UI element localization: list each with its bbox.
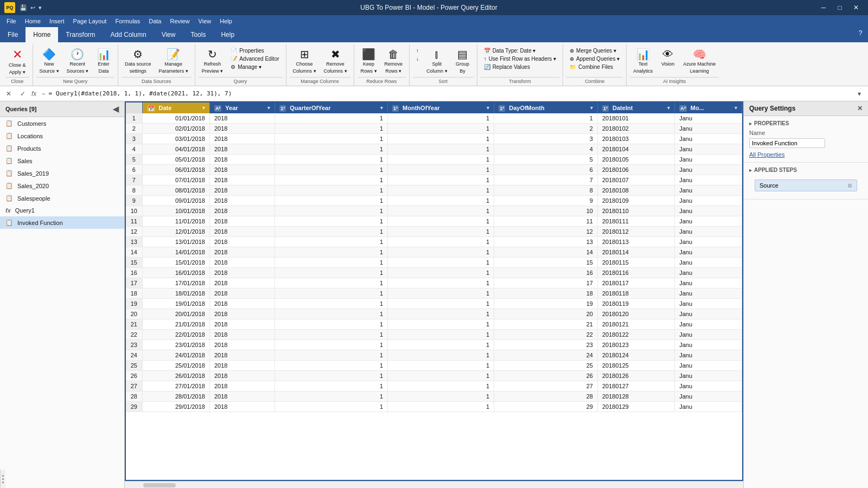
append-queries-button[interactable]: ⊕ Append Queries ▾ [566, 55, 623, 63]
col-header-quarterofyear[interactable]: 1² QuarterOfYear ▾ [275, 102, 388, 113]
manage-button[interactable]: ⚙ Manage ▾ [227, 63, 282, 71]
day-cell: 29 [494, 402, 598, 412]
tab-home[interactable]: Home [25, 27, 58, 42]
quick-access-undo[interactable]: ↩ [30, 4, 35, 11]
dateint-cell: 20180116 [597, 268, 674, 278]
merge-queries-button[interactable]: ⊕ Merge Queries ▾ [566, 47, 623, 55]
maximize-button[interactable]: □ [832, 2, 847, 14]
group-by-button[interactable]: ▤ Group By [452, 47, 474, 76]
month-filter-btn[interactable]: ▾ [487, 105, 489, 111]
collapse-panel-button[interactable]: ◀ [113, 105, 119, 113]
menu-review[interactable]: Review [165, 15, 194, 27]
sort-desc-button[interactable]: ↓ [413, 55, 422, 63]
all-properties-link[interactable]: All Properties [749, 151, 784, 158]
menu-insert[interactable]: Insert [45, 15, 69, 27]
tab-add-column[interactable]: Add Column [103, 27, 154, 42]
ribbon: File Home Transform Add Column View Tool… [0, 27, 868, 86]
formula-text[interactable]: = Query1(#date(2018, 1, 1), #date(2021, … [49, 90, 851, 97]
col-header-dateint[interactable]: 1² DateInt ▾ [597, 102, 674, 113]
quick-access-save[interactable]: 💾 [20, 4, 27, 11]
close-apply-button[interactable]: ✕ Close & Apply ▾ [5, 47, 29, 77]
col-header-monthname[interactable]: Aᶻ Mo... ▾ [675, 102, 742, 113]
grid-wrapper[interactable]: 📅 Date ▾ Aᶻ Year [125, 101, 743, 481]
hscroll-bar[interactable] [125, 481, 743, 488]
query-item-invoked-function[interactable]: 📋 Invoked Function [0, 216, 124, 229]
col-header-dayofmonth[interactable]: 1² DayOfMonth ▾ [494, 102, 598, 113]
day-filter-btn[interactable]: ▾ [590, 105, 593, 111]
ribbon-help-btn[interactable]: ? [853, 27, 868, 39]
monthname-filter-btn[interactable]: ▾ [735, 105, 737, 111]
settings-close-btn[interactable]: ✕ [857, 105, 863, 112]
sort-asc-button[interactable]: ↑ [413, 47, 422, 55]
menu-home[interactable]: Home [21, 15, 45, 27]
azure-ml-button[interactable]: 🧠 Azure Machine Learning [680, 47, 719, 76]
date-filter-btn[interactable]: ▾ [202, 105, 205, 111]
quarter-cell: 1 [275, 361, 388, 371]
quarter-cell: 1 [275, 113, 388, 124]
tab-file[interactable]: File [0, 27, 25, 42]
tab-view[interactable]: View [154, 27, 183, 42]
col-header-year[interactable]: Aᶻ Year ▾ [209, 102, 275, 113]
close-button[interactable]: ✕ [848, 2, 864, 14]
query-item-customers[interactable]: 📋 Customers [0, 117, 124, 130]
split-column-button[interactable]: ⫿ Split Column ▾ [423, 47, 451, 76]
year-filter-btn[interactable]: ▾ [267, 105, 270, 111]
query-item-query1[interactable]: fx Query1 [0, 204, 124, 216]
panel-resize-handle[interactable] [0, 470, 5, 488]
tab-help[interactable]: Help [213, 27, 242, 42]
formula-nav-confirm[interactable]: ✓ [17, 88, 28, 99]
new-source-button[interactable]: 🔷 New Source ▾ [36, 47, 62, 76]
keep-rows-button[interactable]: ⬛ Keep Rows ▾ [358, 47, 380, 76]
vision-button[interactable]: 👁 Vision [657, 47, 679, 69]
refresh-preview-button[interactable]: ↻ Refresh Preview ▾ [199, 47, 227, 76]
remove-columns-button[interactable]: ✖ Remove Columns ▾ [321, 47, 350, 76]
salespeople-icon: 📋 [5, 195, 13, 202]
text-analytics-button[interactable]: 📊 Text Analytics [630, 47, 656, 76]
col-header-date[interactable]: 📅 Date ▾ [142, 102, 209, 113]
step-source[interactable]: Source ⚙ [755, 179, 857, 191]
menu-data[interactable]: Data [144, 15, 165, 27]
tab-tools[interactable]: Tools [183, 27, 213, 42]
query-item-sales2020[interactable]: 📋 Sales_2020 [0, 179, 124, 192]
row-num-cell: 21 [126, 319, 142, 330]
menu-page-layout[interactable]: Page Layout [69, 15, 111, 27]
query-item-sales[interactable]: 📋 Sales [0, 155, 124, 167]
combine-files-button[interactable]: 📁 Combine Files [566, 63, 623, 71]
minimize-button[interactable]: ─ [816, 2, 831, 14]
query-item-products[interactable]: 📋 Products [0, 142, 124, 155]
new-source-icon: 🔷 [42, 49, 56, 60]
enter-data-button[interactable]: 📊 Enter Data [93, 47, 114, 76]
step-gear-icon[interactable]: ⚙ [847, 183, 852, 189]
table-row: 10 10/01/2018 2018 1 1 10 20180110 Janu [126, 206, 742, 216]
properties-button[interactable]: 📄 Properties [227, 47, 282, 55]
menu-help[interactable]: Help [215, 15, 237, 27]
quarter-col-name: QuarterOfYear [290, 105, 330, 111]
replace-values-button[interactable]: 🔄 Replace Values [481, 63, 559, 71]
data-source-settings-button[interactable]: ⚙ Data source settings [122, 47, 155, 76]
choose-columns-button[interactable]: ⊞ Choose Columns ▾ [290, 47, 320, 76]
query-item-locations[interactable]: 📋 Locations [0, 130, 124, 142]
manage-parameters-button[interactable]: 📝 Manage Parameters ▾ [156, 47, 192, 76]
hscroll-thumb[interactable] [143, 483, 176, 487]
query-item-sales2019[interactable]: 📋 Sales_2019 [0, 167, 124, 179]
formula-expand-btn[interactable]: ▾ [854, 88, 865, 99]
dateint-filter-btn[interactable]: ▾ [667, 105, 670, 111]
data-type-button[interactable]: 📅 Data Type: Date ▾ [481, 47, 559, 55]
use-first-row-button[interactable]: ↑ Use First Row as Headers ▾ [481, 55, 559, 63]
quarter-filter-btn[interactable]: ▾ [380, 105, 383, 111]
menu-view[interactable]: View [194, 15, 216, 27]
name-input[interactable] [749, 138, 825, 148]
monthname-cell: Janu [675, 124, 742, 134]
menu-formulas[interactable]: Formulas [111, 15, 144, 27]
query-item-salespeople[interactable]: 📋 Salespeople [0, 192, 124, 204]
tab-transform[interactable]: Transform [58, 27, 103, 42]
advanced-editor-button[interactable]: 📝 Advanced Editor [227, 55, 282, 63]
day-cell: 27 [494, 381, 598, 391]
remove-rows-button[interactable]: 🗑 Remove Rows ▾ [381, 47, 406, 76]
date-cell: 22/01/2018 [142, 330, 209, 340]
col-header-monthofyear[interactable]: 1² MonthOfYear ▾ [388, 102, 494, 113]
formula-nav-back[interactable]: ✕ [3, 88, 14, 99]
recent-sources-button[interactable]: 🕐 Recent Sources ▾ [63, 47, 92, 76]
monthname-cell: Janu [675, 319, 742, 330]
menu-file[interactable]: File [2, 15, 21, 27]
